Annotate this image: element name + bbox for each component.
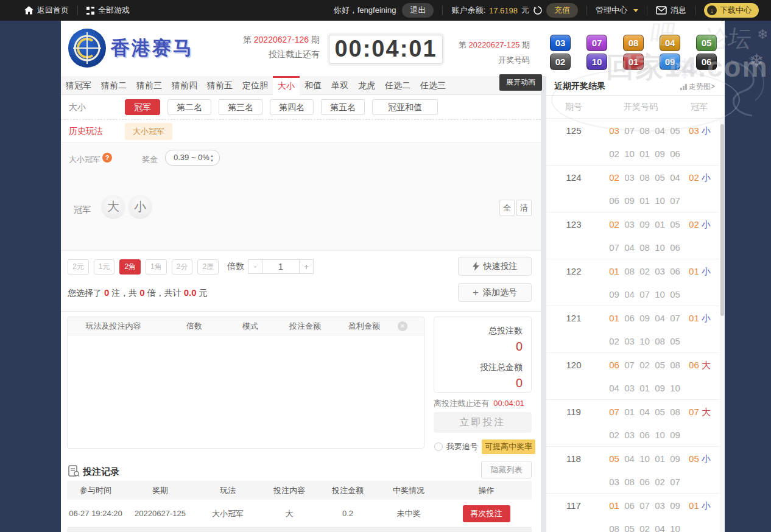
tab-龙虎[interactable]: 龙虎: [353, 76, 380, 94]
result-row-118: 1180504100109030806020705 小: [546, 447, 725, 494]
records-col-1: 奖期: [124, 485, 196, 496]
option-small[interactable]: 小: [128, 195, 152, 218]
help-icon[interactable]: ?: [102, 153, 112, 163]
champion-cell: 01 小: [681, 500, 718, 512]
logo-text: 香港赛马: [111, 35, 194, 61]
trend-link[interactable]: 走势图>: [680, 82, 715, 92]
result-number: 04: [622, 453, 637, 464]
record-cell: 大: [259, 508, 319, 519]
result-number: 07: [637, 500, 652, 511]
expand-animation-button[interactable]: 展开动画: [499, 74, 542, 91]
quick-bet-button[interactable]: 快速投注: [458, 257, 532, 276]
slip-col-0: 玩法及投注内容: [68, 321, 159, 332]
tab-任选二[interactable]: 任选二: [380, 76, 415, 94]
home-link[interactable]: 返回首页: [24, 5, 69, 16]
position-第三名[interactable]: 第三名: [219, 99, 262, 115]
tab-猜前三[interactable]: 猜前三: [132, 76, 167, 94]
result-number: 05: [622, 523, 637, 532]
result-row-122: 1220108020306090407100501 小: [546, 259, 725, 306]
result-row-124: 1240203080504060901100702 小: [546, 166, 725, 212]
result-number: 07: [667, 313, 683, 323]
chase-tip: 可提高中奖率: [482, 439, 535, 454]
tab-任选三[interactable]: 任选三: [415, 76, 451, 94]
result-issue: 117: [546, 500, 601, 511]
tab-大小[interactable]: 大小: [273, 76, 300, 96]
bonus-select[interactable]: 0.39 ~ 0% ▲▼: [165, 150, 220, 166]
add-selection-button[interactable]: + 添加选号: [458, 283, 532, 302]
denomination-2元[interactable]: 2元: [68, 259, 89, 275]
balance-unit: 元: [521, 5, 529, 16]
denomination-1角[interactable]: 1角: [146, 259, 167, 275]
result-number: 08: [637, 242, 652, 253]
multiple-input[interactable]: 1: [262, 259, 299, 274]
champion-cell: 06 大: [681, 360, 718, 371]
position-第四名[interactable]: 第四名: [270, 99, 314, 115]
tab-猜冠军[interactable]: 猜冠军: [61, 76, 96, 94]
bet-again-button[interactable]: 再次投注: [463, 505, 510, 522]
result-balls: 0307080405 0210010906: [550, 35, 717, 72]
position-第二名[interactable]: 第二名: [167, 99, 211, 115]
option-big[interactable]: 大: [102, 195, 125, 218]
chase-row: 我要追号 可提高中奖率: [434, 439, 535, 454]
clear-button[interactable]: 清: [516, 200, 532, 216]
trend-chart-icon: [680, 84, 687, 90]
history-play-label[interactable]: 历史玩法: [69, 126, 103, 137]
bet-slip-table: 玩法及投注内容倍数模式投注金额盈利金额✕: [67, 317, 424, 449]
denomination-2分[interactable]: 2分: [172, 259, 193, 275]
tab-单双[interactable]: 单双: [326, 76, 353, 94]
denomination-1元[interactable]: 1元: [94, 259, 115, 275]
result-number: 02: [637, 360, 652, 370]
download-center-button[interactable]: ↓ 下载中心: [704, 3, 759, 18]
denomination-2厘[interactable]: 2厘: [197, 259, 219, 275]
result-number: 01: [637, 383, 652, 393]
result-number: 10: [637, 336, 652, 346]
refresh-icon[interactable]: [533, 5, 543, 15]
records-col-0: 参与时间: [67, 485, 124, 496]
tab-定位胆[interactable]: 定位胆: [238, 76, 273, 94]
result-number: 04: [652, 523, 667, 532]
result-number: 07: [607, 242, 622, 253]
deadline-text: 离投注截止还有 00:04:01: [434, 398, 524, 409]
mail-icon: [656, 6, 667, 15]
result-number: 06: [622, 500, 637, 511]
result-ball: 05: [696, 35, 717, 51]
multiple-plus-button[interactable]: +: [299, 259, 314, 274]
admin-center-menu[interactable]: 管理中心: [596, 5, 638, 16]
position-冠亚和值[interactable]: 冠亚和值: [372, 99, 438, 115]
tab-和值[interactable]: 和值: [300, 76, 326, 94]
result-number: 06: [667, 266, 683, 276]
result-number: 07: [622, 125, 637, 136]
result-number: 01: [607, 500, 622, 511]
result-number: 04: [637, 407, 652, 417]
result-number: 10: [652, 430, 667, 440]
recent-results-panel: 近期开奖结果 走势图> 期号 开奖号码 冠军 12503070804050210…: [546, 76, 725, 532]
logout-button[interactable]: 退出: [402, 3, 434, 18]
main-panel: 大小 冠军第二名第三名第四名第五名冠亚和值 历史玩法 大小冠军 大小冠军 ? 奖…: [61, 95, 541, 532]
hide-list-button[interactable]: 隐藏列表: [481, 461, 532, 478]
tab-猜前二[interactable]: 猜前二: [96, 76, 132, 94]
position-第五名[interactable]: 第五名: [321, 99, 365, 115]
result-number: 05: [652, 407, 667, 417]
clear-slip-icon[interactable]: ✕: [398, 321, 407, 331]
result-row-125: 1250307080405021001090603 小: [546, 119, 725, 166]
bet-now-button[interactable]: 立即投注: [434, 412, 532, 433]
chase-radio[interactable]: [434, 443, 443, 451]
recharge-button[interactable]: 充值: [546, 3, 578, 18]
result-issue: 122: [546, 266, 601, 276]
selection-summary: 您选择了0注，共0倍，共计0.0元: [68, 287, 208, 299]
multiple-minus-button[interactable]: -: [248, 259, 262, 274]
result-number: 06: [637, 477, 652, 487]
select-all-button[interactable]: 全: [499, 200, 515, 216]
tab-猜前四[interactable]: 猜前四: [167, 76, 202, 94]
result-number: 01: [637, 149, 652, 159]
history-play-tag[interactable]: 大小冠军: [125, 123, 172, 140]
messages-link[interactable]: 消息: [656, 5, 686, 16]
denomination-2角[interactable]: 2角: [119, 259, 141, 275]
position-冠军[interactable]: 冠军: [125, 99, 160, 115]
tab-猜前五[interactable]: 猜前五: [202, 76, 238, 94]
result-issue: 120: [546, 360, 601, 370]
sidebar-scrollbar[interactable]: [720, 119, 725, 532]
result-number: 03: [622, 383, 637, 393]
all-games-link[interactable]: 全部游戏: [86, 5, 130, 16]
result-issue: 125: [546, 125, 601, 136]
